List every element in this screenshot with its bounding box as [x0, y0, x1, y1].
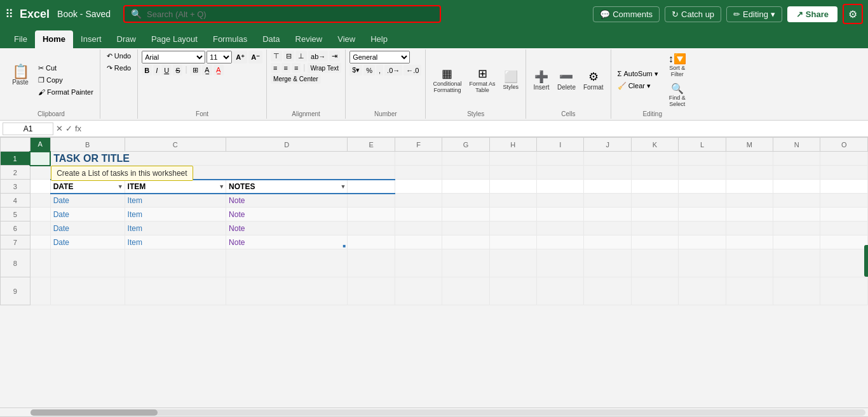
cell-j3[interactable] [584, 180, 631, 194]
cell-h9[interactable] [489, 277, 536, 305]
cell-k1[interactable] [631, 152, 678, 166]
cell-l8[interactable] [679, 249, 726, 277]
cell-e3[interactable] [348, 180, 395, 194]
col-header-o[interactable]: O [820, 138, 868, 152]
cell-j5[interactable] [584, 208, 631, 222]
cell-m1[interactable] [726, 152, 773, 166]
cell-f8[interactable] [395, 249, 442, 277]
percent-button[interactable]: % [363, 65, 375, 76]
undo-button[interactable]: ↶ Undo [104, 51, 133, 62]
format-cells-button[interactable]: ⚙ Format [580, 68, 607, 93]
insert-cells-button[interactable]: ➕ Insert [530, 68, 553, 93]
cell-i5[interactable] [537, 208, 584, 222]
cell-o9[interactable] [820, 277, 868, 305]
cell-m3[interactable] [726, 180, 773, 194]
text-orient-button[interactable]: ab→ [308, 51, 328, 62]
tab-file[interactable]: File [6, 30, 35, 49]
cell-c9[interactable] [125, 277, 226, 305]
strikethrough-button[interactable]: S [173, 65, 182, 76]
redo-button[interactable]: ↷ Redo [104, 63, 133, 74]
cell-f3[interactable] [395, 180, 442, 194]
cell-n8[interactable] [773, 249, 820, 277]
col-header-a[interactable]: A [30, 138, 50, 152]
confirm-icon[interactable]: ✓ [65, 124, 72, 133]
cell-d5[interactable]: Note [226, 208, 348, 222]
cell-h4[interactable] [489, 194, 536, 208]
cell-l4[interactable] [679, 194, 726, 208]
cell-o4[interactable] [820, 194, 868, 208]
cell-m5[interactable] [726, 208, 773, 222]
cell-h6[interactable] [489, 222, 536, 235]
cell-g5[interactable] [442, 208, 489, 222]
cell-h7[interactable] [489, 235, 536, 249]
cell-f6[interactable] [395, 222, 442, 235]
cell-reference-input[interactable] [3, 122, 53, 135]
currency-button[interactable]: $▾ [349, 65, 362, 76]
cell-e9[interactable] [348, 277, 395, 305]
cell-h2[interactable] [489, 166, 536, 180]
cell-i3[interactable] [537, 180, 584, 194]
cell-l3[interactable] [679, 180, 726, 194]
conditional-format-button[interactable]: ▦ ConditionalFormatting [430, 65, 465, 95]
tab-page-layout[interactable]: Page Layout [144, 30, 205, 49]
cell-m2[interactable] [726, 166, 773, 180]
cell-l6[interactable] [679, 222, 726, 235]
cell-c7[interactable]: Item [125, 235, 226, 249]
col-header-h[interactable]: H [489, 138, 536, 152]
number-format-select[interactable]: General [349, 51, 410, 63]
italic-button[interactable]: I [153, 65, 160, 76]
tab-view[interactable]: View [330, 30, 363, 49]
col-header-l[interactable]: L [679, 138, 726, 152]
tab-help[interactable]: Help [363, 30, 395, 49]
cell-f9[interactable] [395, 277, 442, 305]
cell-a6[interactable] [30, 222, 50, 235]
cell-h1[interactable] [489, 152, 536, 166]
cut-button[interactable]: ✂ Cut [36, 63, 96, 74]
format-painter-button[interactable]: 🖌 Format Painter [36, 87, 96, 97]
cell-l1[interactable] [679, 152, 726, 166]
decimal-increase-button[interactable]: .0→ [384, 65, 402, 76]
cell-d6[interactable]: Note [226, 222, 348, 235]
col-header-k[interactable]: K [631, 138, 678, 152]
cell-a7[interactable] [30, 235, 50, 249]
cell-g2[interactable] [442, 166, 489, 180]
cell-c8[interactable] [125, 249, 226, 277]
cell-i4[interactable] [537, 194, 584, 208]
cell-b4[interactable]: Date [50, 194, 125, 208]
col-header-e[interactable]: E [348, 138, 395, 152]
cell-j9[interactable] [584, 277, 631, 305]
col-header-i[interactable]: I [537, 138, 584, 152]
cell-d9[interactable] [226, 277, 348, 305]
increase-font-button[interactable]: A⁺ [233, 51, 247, 63]
cell-j8[interactable] [584, 249, 631, 277]
gear-button[interactable]: ⚙ [843, 4, 863, 24]
cell-d7[interactable]: Note ■ [226, 235, 348, 249]
cell-h3[interactable] [489, 180, 536, 194]
cell-f4[interactable] [395, 194, 442, 208]
col-header-m[interactable]: M [726, 138, 773, 152]
font-color-button[interactable]: A̲ [214, 65, 224, 76]
cell-g3[interactable] [442, 180, 489, 194]
cell-n9[interactable] [773, 277, 820, 305]
cell-e8[interactable] [348, 249, 395, 277]
cell-k9[interactable] [631, 277, 678, 305]
cell-e4[interactable] [348, 194, 395, 208]
cell-o7[interactable] [820, 235, 868, 249]
cell-l7[interactable] [679, 235, 726, 249]
cell-g8[interactable] [442, 249, 489, 277]
border-button[interactable]: ⊞ [190, 65, 201, 76]
cell-f1[interactable] [395, 152, 442, 166]
bold-button[interactable]: B [142, 65, 152, 76]
cell-g6[interactable] [442, 222, 489, 235]
cell-m8[interactable] [726, 249, 773, 277]
cell-e6[interactable] [348, 222, 395, 235]
tab-data[interactable]: Data [255, 30, 287, 49]
align-center-button[interactable]: ≡ [281, 63, 290, 73]
formula-input[interactable] [84, 124, 865, 133]
search-box[interactable]: 🔍 [123, 5, 441, 23]
search-input[interactable] [147, 10, 433, 19]
sort-filter-button[interactable]: ↕🔽 Sort &Filter [665, 51, 690, 79]
autosum-button[interactable]: Σ AutoSum ▾ [615, 69, 661, 79]
col-header-f[interactable]: F [395, 138, 442, 152]
cell-a8[interactable] [30, 249, 50, 277]
